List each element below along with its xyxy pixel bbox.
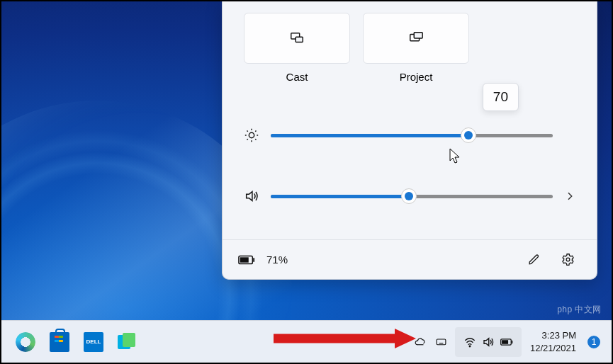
wifi-icon — [463, 336, 476, 348]
taskbar: DELL 3:23 PM — [1, 320, 612, 363]
brightness-tooltip: 70 — [483, 83, 519, 111]
microsoft-store-app[interactable] — [43, 325, 77, 359]
notification-badge[interactable]: 1 — [586, 334, 602, 350]
cast-tile[interactable] — [244, 13, 350, 64]
volume-fill — [271, 195, 409, 198]
annotation-arrow — [271, 327, 420, 350]
brightness-fill — [271, 134, 468, 137]
svg-rect-3 — [414, 33, 422, 38]
speaker-icon — [482, 336, 495, 348]
taskbar-clock[interactable]: 3:23 PM 12/21/2021 — [524, 329, 582, 354]
battery-tray-icon — [500, 336, 513, 348]
svg-rect-1 — [296, 37, 303, 42]
volume-flyout-arrow[interactable] — [564, 190, 575, 202]
svg-rect-25 — [512, 340, 512, 343]
pencil-icon — [527, 253, 541, 266]
quick-settings-tiles — [223, 1, 597, 64]
settings-button[interactable] — [554, 246, 581, 273]
desktop[interactable]: Cast Project 70 — [1, 1, 612, 363]
brightness-icon — [244, 127, 259, 143]
store-icon — [50, 332, 69, 352]
cast-icon — [289, 30, 305, 46]
tile-labels-row: Cast Project — [223, 64, 597, 83]
brightness-thumb[interactable] — [461, 127, 476, 143]
project-tile[interactable] — [363, 13, 469, 64]
svg-line-9 — [247, 130, 247, 131]
quick-settings-panel: Cast Project 70 — [222, 1, 597, 280]
edit-quick-settings-button[interactable] — [520, 246, 547, 273]
watermark: php 中文网 — [557, 304, 602, 316]
battery-percent[interactable]: 71% — [266, 254, 288, 266]
svg-rect-15 — [253, 258, 254, 262]
clock-date: 12/21/2021 — [530, 342, 576, 355]
svg-line-11 — [247, 139, 247, 140]
brightness-row — [244, 121, 575, 149]
svg-point-4 — [249, 132, 254, 137]
dell-icon: DELL — [84, 332, 103, 352]
dell-app[interactable]: DELL — [77, 325, 111, 359]
tray-input-indicator[interactable] — [431, 328, 452, 356]
mouse-cursor — [449, 148, 461, 165]
svg-rect-14 — [240, 257, 249, 262]
volume-thumb[interactable] — [401, 188, 417, 204]
svg-point-22 — [469, 346, 471, 347]
keyboard-icon — [435, 336, 447, 348]
gear-icon — [561, 253, 575, 266]
panel-footer: 71% — [223, 239, 597, 279]
volume-row — [244, 182, 575, 210]
battery-icon — [238, 255, 255, 265]
svg-line-10 — [255, 139, 256, 140]
brightness-slider[interactable] — [271, 134, 553, 137]
sliders-section: 70 — [223, 83, 597, 210]
tray-quick-settings[interactable] — [455, 327, 522, 357]
volume-slider[interactable] — [271, 195, 553, 198]
clock-time: 3:23 PM — [530, 329, 576, 342]
edge-icon — [16, 332, 35, 352]
cast-label: Cast — [244, 71, 350, 83]
stack-app[interactable] — [111, 325, 145, 359]
edge-app[interactable] — [9, 325, 43, 359]
stack-icon — [118, 332, 137, 352]
project-label: Project — [363, 71, 469, 83]
svg-point-16 — [566, 258, 570, 261]
svg-line-12 — [255, 130, 256, 131]
project-icon — [408, 30, 424, 46]
volume-icon — [244, 188, 259, 204]
svg-rect-17 — [437, 339, 446, 345]
svg-rect-24 — [502, 340, 508, 344]
